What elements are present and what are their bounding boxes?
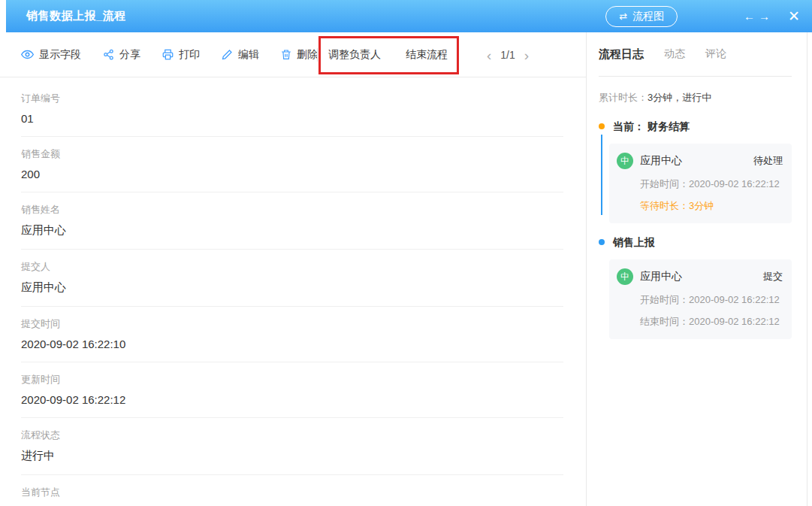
timeline-entry-sales-report: 销售上报 中 应用中心 提交 开始时间：2020-09-02 16:22:12 …	[599, 236, 792, 339]
card-end-time: 结束时间：2020-09-02 16:22:12	[640, 315, 783, 329]
field-row-sales-amount: 销售金额 200	[21, 137, 563, 192]
tab-process-log[interactable]: 流程日志	[599, 47, 644, 62]
field-label: 销售姓名	[21, 203, 563, 217]
assignee-name: 应用中心	[640, 270, 682, 283]
field-row-current-node: 当前节点 财务结算	[21, 475, 563, 506]
card-header: 中 应用中心 待处理	[617, 153, 783, 169]
record-pager: ‹ 1/1 ›	[487, 32, 529, 77]
prev-record-icon[interactable]: ‹	[487, 48, 491, 62]
process-log-panel: 流程日志 动态 评论 累计时长：3分钟，进行中 当前： 财务结算 中 应用中心 …	[587, 32, 807, 506]
duration-summary: 累计时长：3分钟，进行中	[599, 91, 792, 105]
status-badge: 待处理	[753, 154, 783, 168]
timeline-card: 中 应用中心 提交 开始时间：2020-09-02 16:22:12 结束时间：…	[609, 259, 792, 339]
status-badge: 提交	[763, 270, 783, 283]
field-list: 订单编号 01 销售金额 200 销售姓名 应用中心 提交人 应用中心 提交时间…	[0, 77, 586, 506]
field-value: 2020-09-02 16:22:10	[21, 338, 563, 350]
drawer-header: 销售数据上报_流程 ⇄ 流程图 ← → ✕	[6, 0, 812, 32]
card-start-time: 开始时间：2020-09-02 16:22:12	[640, 177, 783, 191]
field-row-order-no: 订单编号 01	[21, 81, 563, 137]
flowchart-icon: ⇄	[619, 11, 627, 22]
show-fields-button[interactable]: 显示字段	[21, 48, 81, 62]
panel-tabs: 流程日志 动态 评论	[599, 32, 792, 77]
field-label: 提交时间	[21, 317, 563, 331]
avatar: 中	[617, 153, 633, 169]
card-wait-duration: 等待时长：3分钟	[640, 199, 783, 213]
edit-label: 编辑	[238, 48, 259, 62]
timeline-entry-current-node: 当前： 财务结算 中 应用中心 待处理 开始时间：2020-09-02 16:2…	[599, 120, 792, 223]
field-value: 01	[21, 112, 563, 125]
card-start-time: 开始时间：2020-09-02 16:22:12	[640, 293, 783, 307]
close-icon[interactable]: ✕	[788, 8, 800, 25]
timeline-dot-done	[599, 239, 605, 245]
timeline-node-title: 当前： 财务结算	[613, 120, 792, 134]
field-row-sales-name: 销售姓名 应用中心	[21, 192, 563, 250]
eye-icon	[21, 49, 34, 60]
duration-summary-label: 累计时长：	[599, 92, 647, 103]
field-row-process-status: 流程状态 进行中	[21, 418, 563, 475]
page-title: 销售数据上报_流程	[26, 9, 126, 23]
avatar: 中	[617, 268, 633, 285]
flowchart-button[interactable]: ⇄ 流程图	[605, 6, 678, 27]
adjust-owner-button[interactable]: 调整负责人	[328, 32, 381, 77]
field-value: 应用中心	[21, 223, 563, 238]
delete-label: 删除	[297, 48, 318, 62]
field-label: 订单编号	[21, 92, 563, 105]
field-value: 200	[21, 168, 563, 180]
delete-button[interactable]: 删除	[281, 48, 318, 62]
field-value: 2020-09-02 16:22:12	[21, 393, 563, 406]
share-label: 分享	[119, 48, 140, 62]
field-value: 应用中心	[21, 280, 563, 295]
timeline-card: 中 应用中心 待处理 开始时间：2020-09-02 16:22:12 等待时长…	[609, 144, 792, 223]
record-detail-main: 显示字段 分享 打印 编辑	[0, 32, 587, 506]
process-detail-drawer: 销售数据上报_流程 ⇄ 流程图 ← → ✕ 显示字段	[0, 0, 812, 506]
trash-icon	[281, 49, 291, 60]
tab-activity[interactable]: 动态	[664, 47, 685, 61]
field-row-submit-time: 提交时间 2020-09-02 16:22:10	[21, 307, 563, 362]
field-label: 更新时间	[21, 373, 563, 386]
assignee-name: 应用中心	[640, 154, 682, 168]
timeline-dot-current	[599, 123, 605, 129]
flowchart-button-label: 流程图	[632, 10, 664, 23]
timeline-connector	[601, 135, 602, 215]
print-label: 打印	[179, 48, 200, 62]
print-button[interactable]: 打印	[162, 48, 200, 62]
field-label: 销售金额	[21, 147, 563, 161]
edit-button[interactable]: 编辑	[222, 48, 259, 62]
printer-icon	[162, 49, 174, 60]
timeline-node-title: 销售上报	[613, 236, 792, 250]
share-button[interactable]: 分享	[103, 48, 140, 62]
field-label: 当前节点	[21, 486, 563, 499]
end-process-button[interactable]: 结束流程	[406, 32, 448, 77]
field-row-update-time: 更新时间 2020-09-02 16:22:12	[21, 362, 563, 418]
field-label: 提交人	[21, 260, 563, 274]
show-fields-label: 显示字段	[39, 48, 81, 62]
resize-arrows[interactable]: ← →	[744, 10, 770, 23]
process-timeline: 当前： 财务结算 中 应用中心 待处理 开始时间：2020-09-02 16:2…	[599, 120, 792, 339]
edit-icon	[222, 49, 233, 60]
header-controls: ⇄ 流程图 ← → ✕	[605, 6, 812, 27]
arrow-left-icon[interactable]: ←	[744, 10, 755, 23]
toolbar: 显示字段 分享 打印 编辑	[0, 32, 586, 77]
record-page-indicator: 1/1	[500, 49, 515, 61]
duration-summary-value: 3分钟，进行中	[647, 92, 711, 103]
tab-comments[interactable]: 评论	[705, 47, 726, 61]
field-value: 进行中	[21, 449, 563, 463]
arrow-right-icon[interactable]: →	[759, 10, 770, 23]
next-record-icon[interactable]: ›	[524, 48, 529, 62]
card-header: 中 应用中心 提交	[617, 268, 783, 285]
field-row-submitter: 提交人 应用中心	[21, 250, 563, 307]
share-icon	[103, 49, 114, 60]
field-label: 流程状态	[21, 429, 563, 442]
toolbar-divider	[317, 48, 318, 62]
